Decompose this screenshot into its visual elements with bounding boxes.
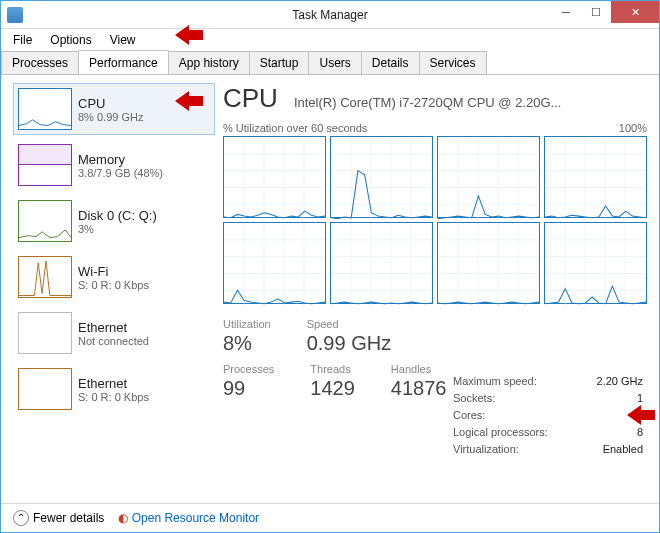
svg-marker-64 [175,25,203,45]
axis-label-left: % Utilization over 60 seconds [223,122,367,134]
detail-subtitle: Intel(R) Core(TM) i7-2720QM CPU @ 2.20G.… [294,95,561,110]
sidebar-item-name: CPU [78,96,143,111]
menu-file[interactable]: File [5,31,40,49]
sidebar-item-sub: 3.8/7.9 GB (48%) [78,167,163,179]
sidebar-item-sub: S: 0 R: 0 Kbps [78,391,149,403]
kv-key: Maximum speed: [453,373,537,390]
tab-processes[interactable]: Processes [1,51,79,74]
sidebar-item-name: Wi-Fi [78,264,149,279]
tab-performance[interactable]: Performance [78,50,169,74]
tab-app-history[interactable]: App history [168,51,250,74]
minimize-button[interactable]: ─ [551,1,581,23]
thumbnail-chart [18,312,72,354]
kv-value: 2.20 GHz [597,373,643,390]
stat-handles-value: 41876 [391,377,447,400]
menu-options[interactable]: Options [42,31,99,49]
annotation-arrow-cores [627,405,655,425]
sidebar-item-sub: 3% [78,223,157,235]
axis-label-right: 100% [619,122,647,134]
cpu-core-chart-5 [330,222,433,304]
sidebar-item-name: Ethernet [78,376,149,391]
sidebar-item-name: Ethernet [78,320,149,335]
svg-marker-66 [627,405,655,425]
sidebar-item-ethernet[interactable]: EthernetS: 0 R: 0 Kbps [13,363,215,415]
thumbnail-chart [18,144,72,186]
cpu-core-chart-1 [330,136,433,218]
chevron-up-icon: ⌃ [13,510,29,526]
kv-value: 8 [637,424,643,441]
stat-processes-value: 99 [223,377,274,400]
detail-title: CPU [223,83,278,114]
sidebar-item-sub: 8% 0.99 GHz [78,111,143,123]
cpu-core-chart-4 [223,222,326,304]
stat-speed-value: 0.99 GHz [307,332,391,355]
cpu-core-chart-6 [437,222,540,304]
annotation-arrow-tab [175,25,203,45]
stat-threads-value: 1429 [310,377,355,400]
sidebar-item-wi-fi[interactable]: Wi-FiS: 0 R: 0 Kbps [13,251,215,303]
thumbnail-chart [18,200,72,242]
kv-row: Sockets:1 [453,390,643,407]
sidebar-item-name: Memory [78,152,163,167]
stat-speed-label: Speed [307,318,391,330]
window-title: Task Manager [292,8,367,22]
stat-threads-label: Threads [310,363,355,375]
monitor-icon: ◐ [118,511,128,525]
stat-processes-label: Processes [223,363,274,375]
sidebar-item-memory[interactable]: Memory3.8/7.9 GB (48%) [13,139,215,191]
fewer-details-link[interactable]: ⌃Fewer details [13,510,104,526]
stat-utilization-label: Utilization [223,318,271,330]
thumbnail-chart [18,88,72,130]
kv-key: Virtualization: [453,441,519,458]
cpu-core-chart-7 [544,222,647,304]
thumbnail-chart [18,368,72,410]
kv-key: Cores: [453,407,485,424]
annotation-arrow-cpu-item [175,91,203,111]
cpu-core-chart-0 [223,136,326,218]
stat-utilization-value: 8% [223,332,271,355]
tab-startup[interactable]: Startup [249,51,310,74]
kv-row: Cores:4 [453,407,643,424]
kv-value: Enabled [603,441,643,458]
kv-key: Sockets: [453,390,495,407]
tab-users[interactable]: Users [308,51,361,74]
stat-handles-label: Handles [391,363,447,375]
app-icon [7,7,23,23]
kv-key: Logical processors: [453,424,548,441]
tab-details[interactable]: Details [361,51,420,74]
kv-row: Maximum speed:2.20 GHz [453,373,643,390]
cpu-core-chart-3 [544,136,647,218]
close-button[interactable]: ✕ [611,1,659,23]
resource-monitor-link[interactable]: ◐ Open Resource Monitor [118,511,259,525]
sidebar-item-disk-0-c-q-[interactable]: Disk 0 (C: Q:)3% [13,195,215,247]
menu-view[interactable]: View [102,31,144,49]
sidebar-item-sub: S: 0 R: 0 Kbps [78,279,149,291]
sidebar-item-name: Disk 0 (C: Q:) [78,208,157,223]
tab-services[interactable]: Services [419,51,487,74]
sidebar-item-ethernet[interactable]: EthernetNot connected [13,307,215,359]
cpu-core-chart-2 [437,136,540,218]
kv-row: Logical processors:8 [453,424,643,441]
svg-marker-65 [175,91,203,111]
thumbnail-chart [18,256,72,298]
maximize-button[interactable]: ☐ [581,1,611,23]
kv-row: Virtualization:Enabled [453,441,643,458]
sidebar-item-sub: Not connected [78,335,149,347]
